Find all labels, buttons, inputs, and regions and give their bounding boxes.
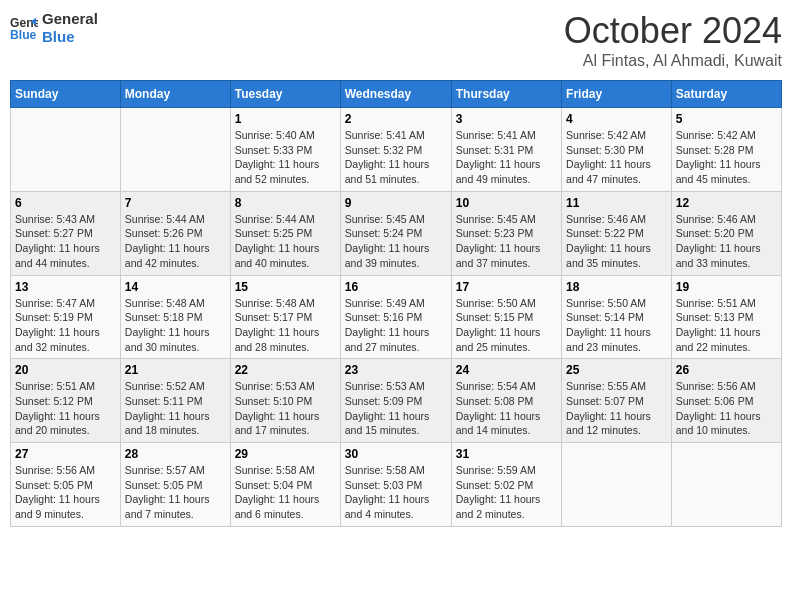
day-info: Sunrise: 5:45 AMSunset: 5:24 PMDaylight:…: [345, 212, 447, 271]
day-number: 21: [125, 363, 226, 377]
day-number: 12: [676, 196, 777, 210]
svg-text:Blue: Blue: [10, 28, 37, 42]
calendar-cell: 27Sunrise: 5:56 AMSunset: 5:05 PMDayligh…: [11, 443, 121, 527]
weekday-header-row: SundayMondayTuesdayWednesdayThursdayFrid…: [11, 81, 782, 108]
calendar-cell: 19Sunrise: 5:51 AMSunset: 5:13 PMDayligh…: [671, 275, 781, 359]
day-info: Sunrise: 5:44 AMSunset: 5:25 PMDaylight:…: [235, 212, 336, 271]
calendar-cell: 25Sunrise: 5:55 AMSunset: 5:07 PMDayligh…: [562, 359, 672, 443]
day-info: Sunrise: 5:46 AMSunset: 5:22 PMDaylight:…: [566, 212, 667, 271]
day-number: 1: [235, 112, 336, 126]
week-row-4: 20Sunrise: 5:51 AMSunset: 5:12 PMDayligh…: [11, 359, 782, 443]
day-info: Sunrise: 5:45 AMSunset: 5:23 PMDaylight:…: [456, 212, 557, 271]
day-number: 10: [456, 196, 557, 210]
day-info: Sunrise: 5:52 AMSunset: 5:11 PMDaylight:…: [125, 379, 226, 438]
day-info: Sunrise: 5:47 AMSunset: 5:19 PMDaylight:…: [15, 296, 116, 355]
calendar-cell: 2Sunrise: 5:41 AMSunset: 5:32 PMDaylight…: [340, 108, 451, 192]
day-info: Sunrise: 5:50 AMSunset: 5:14 PMDaylight:…: [566, 296, 667, 355]
logo-line2: Blue: [42, 28, 98, 46]
calendar-cell: [120, 108, 230, 192]
day-info: Sunrise: 5:56 AMSunset: 5:05 PMDaylight:…: [15, 463, 116, 522]
day-number: 16: [345, 280, 447, 294]
page-header: General Blue General Blue October 2024 A…: [10, 10, 782, 70]
location: Al Fintas, Al Ahmadi, Kuwait: [564, 52, 782, 70]
day-number: 11: [566, 196, 667, 210]
calendar-cell: 17Sunrise: 5:50 AMSunset: 5:15 PMDayligh…: [451, 275, 561, 359]
day-number: 2: [345, 112, 447, 126]
week-row-1: 1Sunrise: 5:40 AMSunset: 5:33 PMDaylight…: [11, 108, 782, 192]
day-number: 23: [345, 363, 447, 377]
calendar-cell: 4Sunrise: 5:42 AMSunset: 5:30 PMDaylight…: [562, 108, 672, 192]
day-number: 19: [676, 280, 777, 294]
day-number: 31: [456, 447, 557, 461]
calendar-cell: 20Sunrise: 5:51 AMSunset: 5:12 PMDayligh…: [11, 359, 121, 443]
calendar-table: SundayMondayTuesdayWednesdayThursdayFrid…: [10, 80, 782, 527]
day-info: Sunrise: 5:56 AMSunset: 5:06 PMDaylight:…: [676, 379, 777, 438]
logo-line1: General: [42, 10, 98, 28]
day-info: Sunrise: 5:50 AMSunset: 5:15 PMDaylight:…: [456, 296, 557, 355]
calendar-cell: 16Sunrise: 5:49 AMSunset: 5:16 PMDayligh…: [340, 275, 451, 359]
day-info: Sunrise: 5:51 AMSunset: 5:13 PMDaylight:…: [676, 296, 777, 355]
calendar-cell: 9Sunrise: 5:45 AMSunset: 5:24 PMDaylight…: [340, 191, 451, 275]
day-info: Sunrise: 5:48 AMSunset: 5:18 PMDaylight:…: [125, 296, 226, 355]
calendar-cell: 11Sunrise: 5:46 AMSunset: 5:22 PMDayligh…: [562, 191, 672, 275]
day-info: Sunrise: 5:48 AMSunset: 5:17 PMDaylight:…: [235, 296, 336, 355]
day-info: Sunrise: 5:51 AMSunset: 5:12 PMDaylight:…: [15, 379, 116, 438]
day-info: Sunrise: 5:41 AMSunset: 5:32 PMDaylight:…: [345, 128, 447, 187]
weekday-header-thursday: Thursday: [451, 81, 561, 108]
calendar-cell: 13Sunrise: 5:47 AMSunset: 5:19 PMDayligh…: [11, 275, 121, 359]
day-number: 7: [125, 196, 226, 210]
month-title: October 2024: [564, 10, 782, 52]
weekday-header-sunday: Sunday: [11, 81, 121, 108]
day-number: 27: [15, 447, 116, 461]
calendar-cell: 21Sunrise: 5:52 AMSunset: 5:11 PMDayligh…: [120, 359, 230, 443]
day-info: Sunrise: 5:55 AMSunset: 5:07 PMDaylight:…: [566, 379, 667, 438]
day-info: Sunrise: 5:41 AMSunset: 5:31 PMDaylight:…: [456, 128, 557, 187]
calendar-cell: 12Sunrise: 5:46 AMSunset: 5:20 PMDayligh…: [671, 191, 781, 275]
day-number: 28: [125, 447, 226, 461]
day-info: Sunrise: 5:43 AMSunset: 5:27 PMDaylight:…: [15, 212, 116, 271]
day-info: Sunrise: 5:54 AMSunset: 5:08 PMDaylight:…: [456, 379, 557, 438]
calendar-cell: 24Sunrise: 5:54 AMSunset: 5:08 PMDayligh…: [451, 359, 561, 443]
day-number: 18: [566, 280, 667, 294]
calendar-cell: 26Sunrise: 5:56 AMSunset: 5:06 PMDayligh…: [671, 359, 781, 443]
weekday-header-monday: Monday: [120, 81, 230, 108]
calendar-cell: 7Sunrise: 5:44 AMSunset: 5:26 PMDaylight…: [120, 191, 230, 275]
calendar-cell: 28Sunrise: 5:57 AMSunset: 5:05 PMDayligh…: [120, 443, 230, 527]
weekday-header-tuesday: Tuesday: [230, 81, 340, 108]
calendar-cell: 14Sunrise: 5:48 AMSunset: 5:18 PMDayligh…: [120, 275, 230, 359]
day-number: 3: [456, 112, 557, 126]
day-number: 4: [566, 112, 667, 126]
calendar-cell: 10Sunrise: 5:45 AMSunset: 5:23 PMDayligh…: [451, 191, 561, 275]
calendar-cell: 23Sunrise: 5:53 AMSunset: 5:09 PMDayligh…: [340, 359, 451, 443]
day-info: Sunrise: 5:58 AMSunset: 5:03 PMDaylight:…: [345, 463, 447, 522]
logo: General Blue General Blue: [10, 10, 98, 46]
weekday-header-friday: Friday: [562, 81, 672, 108]
calendar-cell: 5Sunrise: 5:42 AMSunset: 5:28 PMDaylight…: [671, 108, 781, 192]
day-number: 14: [125, 280, 226, 294]
day-info: Sunrise: 5:42 AMSunset: 5:30 PMDaylight:…: [566, 128, 667, 187]
day-number: 8: [235, 196, 336, 210]
calendar-cell: 8Sunrise: 5:44 AMSunset: 5:25 PMDaylight…: [230, 191, 340, 275]
week-row-3: 13Sunrise: 5:47 AMSunset: 5:19 PMDayligh…: [11, 275, 782, 359]
calendar-cell: [11, 108, 121, 192]
day-info: Sunrise: 5:40 AMSunset: 5:33 PMDaylight:…: [235, 128, 336, 187]
day-number: 30: [345, 447, 447, 461]
day-info: Sunrise: 5:53 AMSunset: 5:10 PMDaylight:…: [235, 379, 336, 438]
calendar-cell: 1Sunrise: 5:40 AMSunset: 5:33 PMDaylight…: [230, 108, 340, 192]
day-info: Sunrise: 5:59 AMSunset: 5:02 PMDaylight:…: [456, 463, 557, 522]
calendar-cell: 22Sunrise: 5:53 AMSunset: 5:10 PMDayligh…: [230, 359, 340, 443]
day-number: 13: [15, 280, 116, 294]
day-number: 24: [456, 363, 557, 377]
day-number: 22: [235, 363, 336, 377]
day-number: 25: [566, 363, 667, 377]
weekday-header-wednesday: Wednesday: [340, 81, 451, 108]
calendar-cell: 18Sunrise: 5:50 AMSunset: 5:14 PMDayligh…: [562, 275, 672, 359]
day-info: Sunrise: 5:42 AMSunset: 5:28 PMDaylight:…: [676, 128, 777, 187]
week-row-5: 27Sunrise: 5:56 AMSunset: 5:05 PMDayligh…: [11, 443, 782, 527]
day-number: 29: [235, 447, 336, 461]
day-number: 5: [676, 112, 777, 126]
week-row-2: 6Sunrise: 5:43 AMSunset: 5:27 PMDaylight…: [11, 191, 782, 275]
calendar-cell: 30Sunrise: 5:58 AMSunset: 5:03 PMDayligh…: [340, 443, 451, 527]
calendar-cell: 31Sunrise: 5:59 AMSunset: 5:02 PMDayligh…: [451, 443, 561, 527]
weekday-header-saturday: Saturday: [671, 81, 781, 108]
